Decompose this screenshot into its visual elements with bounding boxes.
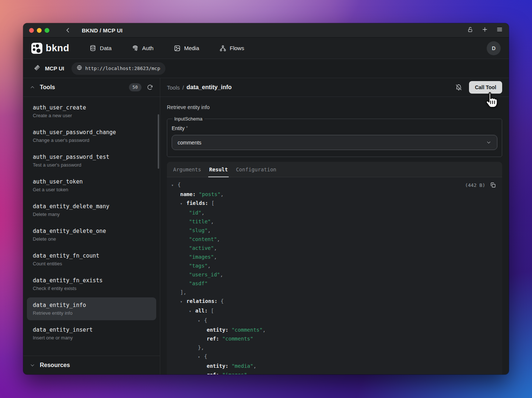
nav-item-label: Flows: [230, 45, 244, 51]
tool-name: data_entity_insert: [33, 327, 150, 333]
tool-description-text: Retrieve entity info: [167, 104, 502, 110]
mcp-bar: MCP UI http://localhost:28623/mcp: [23, 59, 509, 78]
payload-size-label: (442 B): [465, 182, 485, 188]
tools-sidebar: Tools 50 auth_user_create Create a new u…: [23, 78, 160, 374]
nav-item-flows[interactable]: Flows: [219, 45, 244, 52]
json-line: ▾all: [: [167, 306, 502, 316]
sidebar-scrollbar[interactable]: [158, 114, 159, 169]
tool-list-item[interactable]: auth_user_token Get a user token: [27, 174, 156, 197]
avatar[interactable]: D: [487, 41, 501, 55]
entity-select[interactable]: comments: [172, 135, 497, 150]
app-nav-bar: bknd Data Auth Media Flows D: [23, 38, 509, 59]
tool-description: Insert one or many: [33, 335, 150, 341]
tool-description: Create a new user: [33, 113, 150, 118]
traffic-lights: [29, 28, 49, 33]
resources-section-title: Resources: [40, 362, 70, 369]
nav-item-data[interactable]: Data: [89, 45, 112, 52]
json-line: ▾fields: [: [167, 199, 502, 208]
json-line: "active",: [167, 244, 502, 252]
json-line: ▾relations: {: [167, 297, 502, 306]
workflow-icon: [219, 45, 227, 52]
breadcrumb-section[interactable]: Tools: [167, 84, 180, 91]
tool-name: data_entity_fn_count: [33, 252, 150, 259]
json-line: ],: [167, 288, 502, 297]
minimize-window-button[interactable]: [37, 28, 42, 33]
tool-description: Change a user's password: [33, 137, 150, 143]
json-line: "title",: [167, 217, 502, 226]
new-tab-icon[interactable]: [482, 26, 488, 34]
tool-name: auth_user_password_test: [33, 154, 150, 160]
tool-name: auth_user_create: [33, 104, 150, 111]
tools-section-title: Tools: [40, 84, 55, 91]
json-line: "content",: [167, 235, 502, 244]
tab-bar: Arguments Result Configuration: [167, 162, 502, 177]
bknd-logo-icon: [31, 43, 42, 54]
tool-description: Count entities: [33, 261, 150, 266]
json-line: ▾{: [167, 180, 502, 190]
database-icon: [89, 45, 97, 52]
maximize-window-button[interactable]: [45, 28, 49, 33]
close-window-button[interactable]: [29, 28, 34, 33]
tool-list-item[interactable]: data_entity_fn_count Count entities: [27, 248, 156, 271]
tool-name: auth_user_password_change: [33, 129, 150, 136]
breadcrumb-current: data_entity_info: [186, 84, 232, 91]
title-bar: BKND / MCP UI: [23, 23, 509, 38]
tool-list-item[interactable]: data_entity_fn_exists Check if entity ex…: [27, 273, 156, 296]
nav-item-media[interactable]: Media: [174, 45, 199, 52]
tools-section-header[interactable]: Tools 50: [23, 78, 160, 97]
tool-description: Delete one: [33, 236, 150, 242]
tab[interactable]: Result: [205, 162, 232, 177]
tool-name: data_entity_info: [33, 302, 150, 308]
fingerprint-icon: [132, 45, 139, 52]
unlock-icon[interactable]: [467, 27, 473, 34]
tool-list-item[interactable]: data_entity_info Retrieve entity info: [27, 297, 156, 320]
json-line: "asdf": [167, 279, 502, 288]
hand-cursor: [483, 91, 500, 108]
json-line: ref: "comments": [167, 334, 502, 343]
main-panel: Tools / data_entity_info Call Tool Retri…: [160, 78, 509, 374]
json-line: ▾{: [167, 316, 502, 325]
nav-item-label: Data: [100, 45, 112, 51]
json-line: "tags",: [167, 261, 502, 270]
json-line: entity: "comments",: [167, 325, 502, 334]
mcp-page-title: MCP UI: [45, 65, 64, 71]
nav-item-label: Auth: [142, 45, 154, 51]
bell-off-icon[interactable]: [455, 84, 462, 91]
refresh-icon[interactable]: [147, 84, 153, 91]
back-icon[interactable]: [65, 27, 71, 34]
json-tree[interactable]: ▾{ name: "posts", ▾fields: [ "id", "titl…: [167, 180, 502, 374]
tool-list-item[interactable]: auth_user_password_change Change a user'…: [27, 125, 156, 147]
required-asterisk: *: [186, 125, 188, 130]
entity-field-label: Entity*: [172, 125, 497, 131]
nav-item-auth[interactable]: Auth: [132, 45, 154, 52]
image-icon: [174, 45, 181, 52]
tool-name: data_entity_delete_many: [33, 203, 150, 210]
tool-list-item[interactable]: data_entity_delete_one Delete one: [27, 223, 156, 246]
json-line: "images",: [167, 252, 502, 261]
tool-name: data_entity_delete_one: [33, 228, 150, 234]
tool-description: Delete many: [33, 212, 150, 217]
tool-list-item[interactable]: data_entity_delete_many Delete many: [27, 199, 156, 221]
tool-list-item[interactable]: auth_user_create Create a new user: [27, 100, 156, 123]
globe-icon: [77, 65, 82, 72]
tool-list-item[interactable]: auth_user_password_test Test a user's pa…: [27, 149, 156, 172]
json-line: "slug",: [167, 226, 502, 235]
menu-icon[interactable]: [496, 26, 503, 34]
input-schema-legend: InputSchema: [172, 116, 204, 122]
copy-icon[interactable]: [490, 182, 496, 188]
breadcrumb-separator: /: [182, 84, 184, 91]
layers-icon: [33, 64, 41, 73]
mcp-url-pill[interactable]: http://localhost:28623/mcp: [71, 62, 165, 75]
json-line: "id",: [167, 208, 502, 217]
tool-tab-panel: Arguments Result Configuration (442 B): [167, 162, 502, 374]
tool-list-item[interactable]: data_entity_insert Insert one or many: [27, 322, 156, 345]
chevron-up-icon: [30, 85, 35, 90]
bknd-logo[interactable]: bknd: [31, 42, 69, 54]
resources-section-header[interactable]: Resources: [23, 356, 160, 374]
input-schema-fieldset: InputSchema Entity* comments: [167, 116, 502, 157]
tab[interactable]: Arguments: [169, 162, 205, 177]
tool-description: Check if entity exists: [33, 286, 150, 291]
tab[interactable]: Configuration: [232, 162, 280, 177]
json-line: ▾{: [167, 352, 502, 362]
tool-name: auth_user_token: [33, 178, 150, 185]
